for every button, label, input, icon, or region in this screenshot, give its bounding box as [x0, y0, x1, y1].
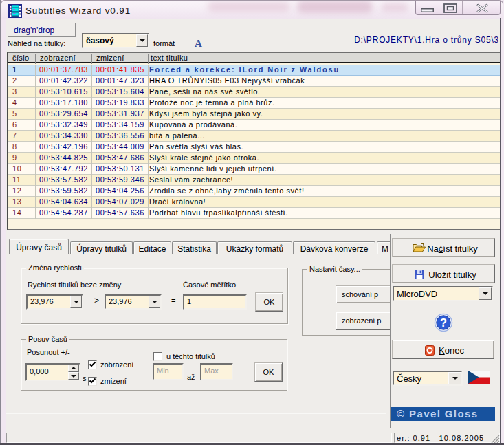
- svg-text:?: ?: [440, 316, 447, 329]
